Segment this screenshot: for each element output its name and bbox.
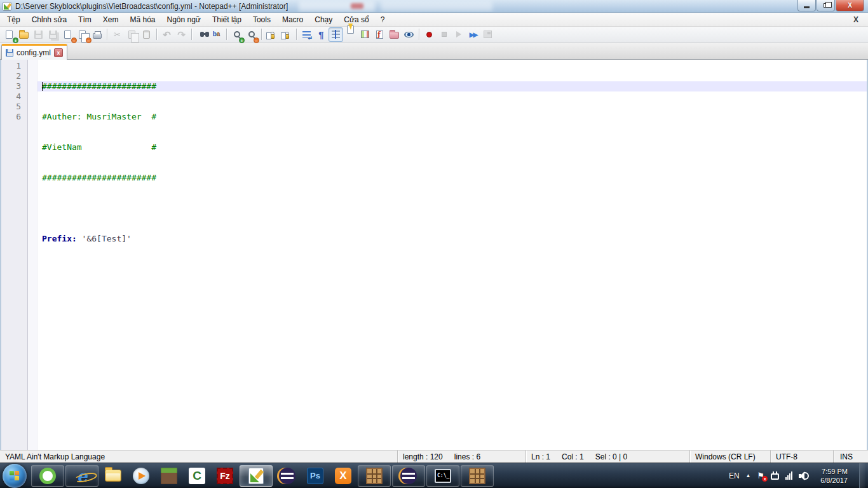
replace-icon[interactable]: ba (210, 28, 223, 41)
close-button[interactable]: X (836, 0, 864, 11)
menu-settings[interactable]: Thiết lập (207, 13, 247, 26)
sync-vertical-scroll-icon[interactable] (265, 28, 278, 41)
taskbar-coccoc-button[interactable] (31, 465, 64, 487)
close-file-icon[interactable]: − (61, 28, 74, 41)
code-line-2: #Auther: MusriMaster # (37, 112, 867, 122)
menu-run[interactable]: Chạy (309, 13, 338, 26)
macro-play-icon[interactable] (452, 28, 465, 41)
network-signal-icon[interactable] (785, 471, 792, 480)
taskbar-minecraft-server-button[interactable] (358, 465, 391, 487)
taskbar-photoshop-button[interactable]: Ps (302, 465, 329, 487)
folder-as-workspace-icon[interactable] (388, 28, 401, 41)
notepadpp-app-icon (3, 2, 11, 11)
mdi-close-button[interactable]: X (850, 15, 862, 25)
menu-view[interactable]: Xem (97, 13, 125, 26)
print-icon[interactable] (90, 28, 104, 41)
tab-config-yml[interactable]: config.yml x (1, 44, 67, 60)
toolbar: + − − ✂ ↶ ↷ ba + − ¶ ▶▶ (0, 27, 868, 43)
macro-run-multiple-icon[interactable]: ▶▶ (466, 28, 480, 41)
redo-icon[interactable]: ↷ (175, 28, 188, 41)
status-insert-mode[interactable]: INS (834, 451, 868, 463)
taskbar-camtasia-button[interactable]: C (184, 465, 210, 487)
taskbar-filezilla-button[interactable]: Fz (212, 465, 238, 487)
menu-search[interactable]: Tìm (72, 13, 97, 26)
taskbar-xampp-button[interactable]: X (330, 465, 356, 487)
hidden-icons-arrow-icon[interactable]: ▲ (746, 473, 751, 478)
new-file-icon[interactable]: + (3, 28, 16, 41)
taskbar-minecraft-server2-button[interactable] (461, 465, 494, 487)
clock[interactable]: 7:59 PM 6/8/2017 (815, 467, 853, 485)
menu-macro[interactable]: Macro (276, 13, 309, 26)
saved-state-icon (6, 49, 13, 57)
word-wrap-icon[interactable] (300, 28, 313, 41)
fold-margin (28, 60, 37, 450)
menu-edit[interactable]: Chỉnh sửa (26, 13, 72, 26)
line-number: 4 (1, 92, 27, 102)
status-lines: lines : 6 (454, 452, 480, 461)
taskbar-minecraft-button[interactable] (156, 465, 182, 487)
taskbar-notepadpp-button[interactable] (240, 465, 273, 487)
language-indicator[interactable]: EN (729, 471, 740, 480)
windows-logo-icon (10, 471, 20, 481)
menu-file[interactable]: Tệp (1, 13, 26, 26)
volume-speaker-icon[interactable] (799, 471, 809, 480)
minimize-button[interactable] (797, 0, 816, 11)
menu-tools[interactable]: Tools (247, 13, 276, 26)
zoom-out-icon[interactable]: − (245, 28, 258, 41)
menu-window[interactable]: Cửa sổ (338, 13, 374, 26)
taskbar-internet-explorer-button[interactable]: e (65, 465, 98, 487)
tab-label: config.yml (17, 48, 51, 57)
sync-horizontal-scroll-icon[interactable] (280, 28, 293, 41)
taskbar-explorer-button[interactable] (100, 465, 126, 487)
line-number: 1 (1, 61, 27, 71)
editor-area[interactable]: 1 2 3 4 5 6 ####################### #Aut… (0, 60, 868, 450)
status-eol-format[interactable]: Windows (CR LF) (690, 451, 771, 463)
save-icon[interactable] (32, 28, 45, 41)
macro-record-icon[interactable] (423, 28, 436, 41)
cut-icon[interactable]: ✂ (111, 28, 124, 41)
background-window-blur (299, 1, 375, 11)
action-center-flag-icon[interactable]: ⚑x (757, 471, 765, 480)
zoom-in-icon[interactable]: + (230, 28, 243, 41)
macro-save-icon[interactable] (481, 28, 494, 41)
save-all-icon[interactable] (46, 28, 60, 41)
taskbar-media-player-button[interactable] (128, 465, 154, 487)
code-text[interactable]: ####################### #Auther: MusriMa… (37, 60, 867, 450)
show-indent-guide-icon[interactable] (329, 28, 342, 41)
function-list-icon[interactable] (373, 28, 386, 41)
taskbar-cmd-button[interactable]: C:\_ (426, 465, 459, 487)
status-encoding[interactable]: UTF-8 (771, 451, 834, 463)
taskbar-eclipse-window-button[interactable] (392, 465, 425, 487)
eclipse-icon (279, 468, 295, 484)
status-doc-type: YAML Ain't Markup Language (0, 451, 398, 463)
text-caret (42, 82, 43, 91)
background-window-blur (351, 3, 363, 9)
menu-language[interactable]: Ngôn ngữ (161, 13, 206, 26)
close-all-icon[interactable]: − (76, 28, 89, 41)
paste-icon[interactable] (140, 28, 153, 41)
line-number: 5 (1, 102, 27, 112)
windows-explorer-icon (105, 470, 121, 482)
taskbar-eclipse-button[interactable] (274, 465, 301, 487)
show-desktop-button[interactable] (859, 463, 865, 488)
menu-help[interactable]: ? (375, 13, 391, 26)
user-defined-language-icon[interactable] (344, 28, 357, 41)
macro-stop-icon[interactable] (437, 28, 451, 41)
power-plug-icon[interactable] (771, 473, 779, 480)
notepadpp-icon (248, 468, 264, 484)
minecraft-grass-icon (161, 468, 177, 484)
start-button[interactable] (3, 464, 27, 488)
show-all-characters-icon[interactable]: ¶ (315, 28, 328, 41)
find-icon[interactable] (195, 28, 208, 41)
menu-encoding[interactable]: Mã hóa (124, 13, 161, 26)
taskbar: e C Fz Ps X C:\_ EN ▲ ⚑x 7:59 PM 6/8/201… (0, 463, 868, 488)
clock-date: 6/8/2017 (820, 476, 848, 485)
monitoring-icon[interactable] (402, 28, 416, 41)
document-map-icon[interactable] (358, 28, 372, 41)
open-file-icon[interactable] (17, 28, 31, 41)
undo-icon[interactable]: ↶ (160, 28, 173, 41)
restore-button[interactable] (817, 0, 835, 11)
copy-icon[interactable] (125, 28, 139, 41)
coccoc-icon (39, 468, 56, 484)
tab-close-icon[interactable]: x (54, 48, 63, 57)
